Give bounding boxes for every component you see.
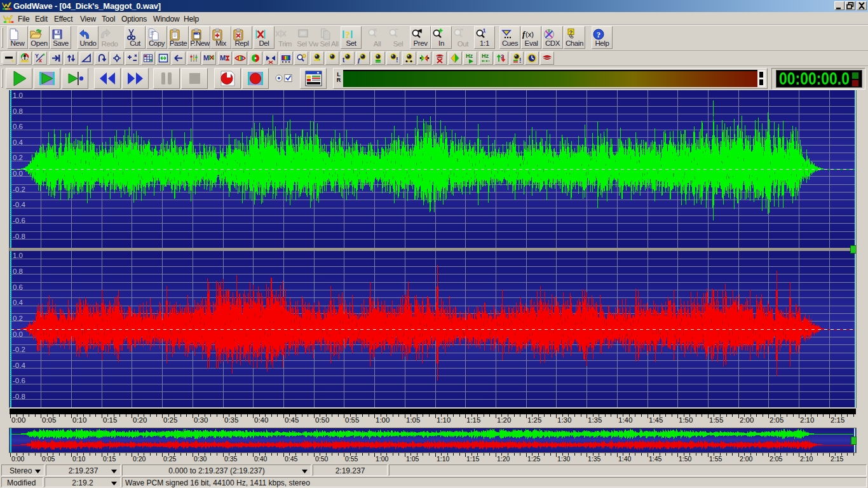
svg-text:1:55: 1:55 (709, 455, 722, 463)
svg-text:-0.4: -0.4 (13, 201, 25, 208)
svg-text:1:40: 1:40 (618, 416, 632, 424)
svg-text:1:05: 1:05 (406, 416, 420, 424)
svg-text:2:15: 2:15 (831, 455, 844, 463)
svg-text:1:05: 1:05 (406, 455, 419, 463)
svg-text:!: ! (519, 57, 521, 64)
svg-text:2:00: 2:00 (740, 455, 753, 463)
svg-text:1:35: 1:35 (588, 416, 602, 424)
svg-text:1:20: 1:20 (497, 416, 511, 424)
svg-text:0:05: 0:05 (42, 416, 56, 424)
svg-text:0:20: 0:20 (133, 416, 147, 424)
svg-text:2:00: 2:00 (740, 416, 754, 424)
svg-text:1:45: 1:45 (649, 416, 663, 424)
svg-text:2:15: 2:15 (831, 416, 844, 424)
svg-text:1:50: 1:50 (679, 455, 692, 463)
svg-text:1:15: 1:15 (466, 416, 480, 424)
svg-text:-0.2: -0.2 (13, 186, 25, 193)
svg-text:0:30: 0:30 (194, 455, 207, 463)
svg-text:1:30: 1:30 (557, 455, 571, 463)
svg-text:1:50: 1:50 (679, 416, 693, 424)
svg-text:0:15: 0:15 (103, 416, 117, 424)
svg-text:Hz: Hz (466, 53, 473, 59)
svg-text:?: ? (569, 29, 573, 36)
svg-text:0.6: 0.6 (13, 123, 23, 130)
svg-text:-0.4: -0.4 (13, 362, 25, 369)
svg-text:1:10: 1:10 (437, 416, 451, 424)
svg-text:0:55: 0:55 (345, 455, 358, 463)
svg-text:(x): (x) (526, 30, 534, 38)
svg-text:0.4: 0.4 (13, 299, 24, 306)
svg-text:1.0: 1.0 (13, 252, 23, 259)
svg-text:1:35: 1:35 (588, 455, 601, 463)
svg-text:0:10: 0:10 (72, 416, 86, 424)
svg-text:1:40: 1:40 (618, 455, 632, 463)
svg-text:?: ? (345, 30, 350, 40)
svg-text:-0.8: -0.8 (13, 393, 25, 400)
svg-text:0:50: 0:50 (315, 455, 329, 463)
svg-text:0:00: 0:00 (11, 455, 25, 463)
svg-text:0:45: 0:45 (285, 455, 298, 463)
svg-text:0.0: 0.0 (13, 330, 23, 338)
svg-text:2:05: 2:05 (770, 455, 783, 463)
svg-text:1:25: 1:25 (527, 455, 541, 463)
svg-text:0:40: 0:40 (254, 455, 268, 463)
svg-text:0:10: 0:10 (72, 455, 86, 463)
svg-text:?: ? (597, 30, 601, 39)
svg-text:1:25: 1:25 (527, 416, 541, 424)
svg-text:2:05: 2:05 (770, 416, 783, 424)
svg-text:1:00: 1:00 (376, 416, 390, 424)
svg-text:0:15: 0:15 (103, 455, 116, 463)
svg-text:t: t (342, 57, 345, 64)
svg-text:0.8: 0.8 (13, 107, 23, 115)
svg-text:0:00: 0:00 (11, 416, 25, 424)
svg-text:0:50: 0:50 (315, 416, 329, 424)
svg-text:Hz: Hz (482, 53, 489, 59)
svg-text:2:10: 2:10 (800, 455, 813, 463)
svg-text:M: M (203, 54, 209, 62)
svg-text:0:25: 0:25 (163, 416, 177, 424)
svg-text:1:20: 1:20 (497, 455, 510, 463)
svg-text:0.6: 0.6 (13, 283, 23, 291)
svg-text:0:30: 0:30 (194, 416, 208, 424)
svg-text:0:05: 0:05 (42, 455, 55, 463)
svg-text:2:10: 2:10 (800, 416, 814, 424)
svg-text:0.4: 0.4 (13, 139, 24, 146)
svg-text:0:55: 0:55 (345, 416, 359, 424)
svg-text:1:15: 1:15 (466, 455, 480, 463)
svg-text:0.0: 0.0 (13, 170, 23, 177)
svg-text:0:25: 0:25 (163, 455, 177, 463)
svg-text:0.2: 0.2 (13, 154, 23, 161)
svg-text:1:55: 1:55 (709, 416, 723, 424)
svg-text:!: ! (396, 56, 398, 64)
svg-text:-0.8: -0.8 (13, 233, 25, 240)
svg-text:-0.2: -0.2 (13, 346, 25, 353)
svg-text:-0.6: -0.6 (13, 377, 25, 384)
svg-text:-0.6: -0.6 (13, 217, 25, 224)
svg-text:1:45: 1:45 (649, 455, 662, 463)
svg-text:1: 1 (482, 28, 485, 34)
svg-text:0:35: 0:35 (224, 455, 238, 463)
svg-text:1.0: 1.0 (13, 92, 23, 99)
svg-text:1:30: 1:30 (557, 416, 571, 424)
svg-text:1:10: 1:10 (437, 455, 450, 463)
svg-text:0:45: 0:45 (285, 416, 299, 424)
svg-text:0:20: 0:20 (133, 455, 146, 463)
svg-text:1:00: 1:00 (376, 455, 389, 463)
svg-text:0.8: 0.8 (13, 268, 23, 275)
svg-text:0:35: 0:35 (224, 416, 238, 424)
svg-text:M: M (220, 54, 226, 62)
svg-text:0.2: 0.2 (13, 315, 23, 322)
svg-text:0:40: 0:40 (254, 416, 268, 424)
